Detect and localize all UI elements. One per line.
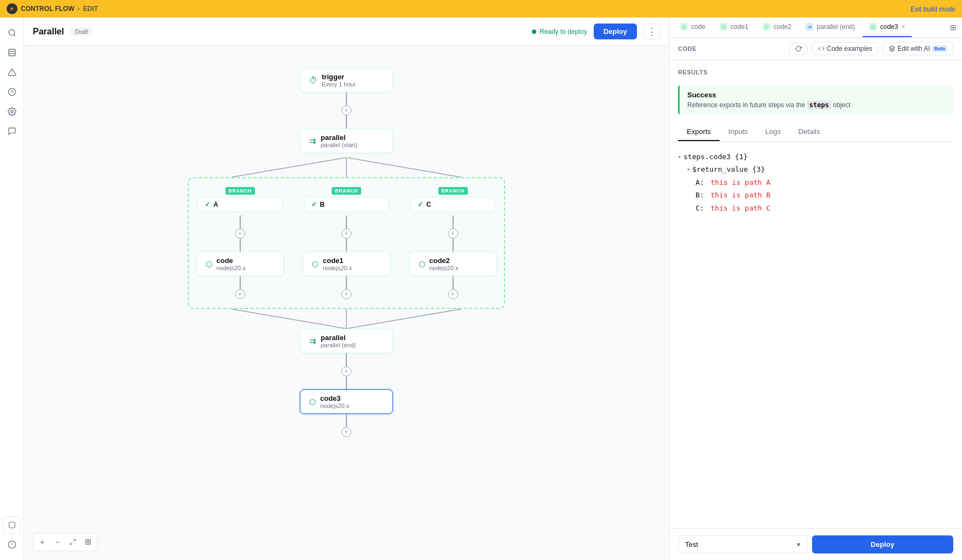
sidebar-icon-message[interactable] bbox=[3, 122, 21, 140]
branch-b-code-col: + ⬡ code1 nodejs20.x bbox=[304, 215, 389, 299]
grid-button[interactable] bbox=[82, 535, 95, 549]
code-b-sub: nodejs20.x bbox=[323, 265, 352, 271]
zoom-out-button[interactable]: − bbox=[51, 535, 64, 549]
branch-c-icon: ✓ bbox=[418, 201, 423, 208]
header-bar: Parallel Draft Ready to deploy Deploy ⋮ bbox=[24, 18, 669, 46]
tree-entry-b: B: this is path B bbox=[696, 189, 953, 201]
tab-parallel-end[interactable]: ⇉ parallel (end) bbox=[799, 18, 861, 37]
branch-a-vline bbox=[240, 215, 241, 229]
parallel-start-node[interactable]: ⇉ parallel parallel (start) bbox=[300, 129, 393, 153]
ellipsis-icon: ⋮ bbox=[647, 26, 657, 38]
svg-line-16 bbox=[231, 309, 346, 329]
tree-val-a: this is path A bbox=[710, 176, 770, 189]
branch-c-code-col: + ⬡ code2 nodejs20.x bbox=[410, 215, 495, 299]
add-node-btn-3[interactable]: + bbox=[341, 427, 351, 437]
tab-code1[interactable]: ⬡ code1 bbox=[713, 18, 755, 37]
branch-a-label: A bbox=[213, 201, 218, 208]
results-label: RESULTS bbox=[678, 69, 708, 75]
add-node-btn-1[interactable]: + bbox=[341, 106, 351, 115]
branch-b-add2[interactable]: + bbox=[341, 289, 351, 299]
edit-with-ai-button[interactable]: Edit with AI Beta bbox=[883, 42, 953, 55]
code-node-a[interactable]: ⬡ code nodejs20.x bbox=[196, 252, 284, 276]
tree-root-toggle[interactable]: ▾ bbox=[678, 152, 681, 162]
branch-code-row: + ⬡ code nodejs20.x bbox=[198, 215, 495, 299]
tab-code3-label: code3 bbox=[880, 23, 898, 31]
code-node-b[interactable]: ⬡ code1 nodejs20.x bbox=[303, 252, 390, 276]
test-button[interactable]: Test ▾ bbox=[678, 535, 808, 553]
svg-point-0 bbox=[9, 30, 15, 36]
steps-code: steps bbox=[807, 101, 831, 109]
add-node-btn-2[interactable]: + bbox=[341, 366, 351, 376]
canvas: ⏱ trigger Every 1 hour + ⇉ parallel para… bbox=[24, 46, 669, 560]
tab-grid-button[interactable]: ⊞ bbox=[949, 22, 958, 33]
tree-entry-a: A: this is path A bbox=[696, 176, 953, 189]
tab-code[interactable]: ⬡ code bbox=[674, 18, 712, 37]
branch-a-add[interactable]: + bbox=[235, 229, 245, 238]
edit-ai-label: Edit with AI bbox=[897, 45, 930, 52]
sub-tab-logs[interactable]: Logs bbox=[757, 123, 790, 141]
trigger-icon: ⏱ bbox=[309, 75, 317, 85]
branch-a-code-col: + ⬡ code nodejs20.x bbox=[198, 215, 282, 299]
tab-code3[interactable]: ⬡ code3 × bbox=[862, 18, 912, 37]
results-section: Success Reference exports in future step… bbox=[669, 77, 962, 528]
sidebar-icon-search[interactable] bbox=[3, 24, 21, 42]
sidebar-icon-alert[interactable] bbox=[3, 63, 21, 81]
branch-c-node[interactable]: ✓ C bbox=[410, 197, 495, 212]
branch-b-tag: BRANCH bbox=[332, 187, 361, 195]
svg-rect-22 bbox=[89, 540, 91, 542]
tree-val-b: this is path B bbox=[710, 189, 770, 201]
parallel-end-node[interactable]: ⇉ parallel parallel (end) bbox=[300, 329, 393, 353]
sidebar-icon-clock[interactable] bbox=[3, 83, 21, 101]
panel-deploy-button[interactable]: Deploy bbox=[812, 535, 954, 553]
code2-tab-icon: ⬡ bbox=[763, 23, 770, 31]
exit-build-mode-link[interactable]: Exit build mode bbox=[911, 5, 955, 13]
tree-entry-c: C: this is path C bbox=[696, 202, 953, 214]
branch-a-tag: BRANCH bbox=[225, 187, 255, 195]
more-options-button[interactable]: ⋮ bbox=[644, 24, 660, 40]
code-b-label: code1 bbox=[323, 256, 352, 265]
branch-b-vline bbox=[346, 215, 347, 229]
tree-child-toggle[interactable]: ▾ bbox=[687, 165, 690, 174]
svg-line-20 bbox=[71, 542, 73, 545]
sidebar-icon-help[interactable] bbox=[3, 536, 21, 553]
svg-line-19 bbox=[73, 540, 76, 542]
tab-code2[interactable]: ⬡ code2 bbox=[756, 18, 798, 37]
branch-b-add[interactable]: + bbox=[341, 229, 351, 238]
sub-tabs: Exports Inputs Logs Details bbox=[678, 123, 953, 142]
sub-tab-details[interactable]: Details bbox=[790, 123, 829, 141]
branch-b-node[interactable]: ✓ B bbox=[304, 197, 389, 212]
sub-tab-exports[interactable]: Exports bbox=[678, 123, 720, 141]
branch-b-col: BRANCH ✓ B bbox=[304, 187, 389, 212]
tab-code2-label: code2 bbox=[774, 23, 792, 31]
sidebar-icon-add-node[interactable] bbox=[3, 516, 21, 534]
refresh-button[interactable] bbox=[789, 43, 808, 55]
close-code3-tab[interactable]: × bbox=[901, 23, 905, 31]
sub-tab-inputs[interactable]: Inputs bbox=[720, 123, 756, 141]
branch-b-icon: ✓ bbox=[311, 201, 317, 208]
trigger-node[interactable]: ⏱ trigger Every 1 hour bbox=[300, 68, 393, 92]
branch-a-node[interactable]: ✓ A bbox=[198, 197, 282, 212]
zoom-in-button[interactable]: + bbox=[36, 535, 49, 549]
branch-b-vline3 bbox=[346, 276, 347, 289]
branch-c-add[interactable]: + bbox=[448, 229, 458, 238]
branch-a-icon: ✓ bbox=[205, 201, 210, 208]
sidebar-icon-settings[interactable] bbox=[3, 103, 21, 120]
workflow-name: CONTROL FLOW bbox=[21, 5, 74, 13]
fit-button[interactable] bbox=[66, 535, 79, 549]
code3-node[interactable]: ⬡ code3 nodejs20.x bbox=[300, 389, 393, 414]
branch-c-add2[interactable]: + bbox=[448, 289, 458, 299]
flow-diagram: ⏱ trigger Every 1 hour + ⇉ parallel para… bbox=[188, 68, 505, 437]
test-label: Test bbox=[685, 540, 698, 549]
code-examples-button[interactable]: Code examples bbox=[812, 42, 878, 55]
parallel-container: BRANCH ✓ A BRANCH ✓ B bbox=[188, 158, 505, 329]
trigger-sub: Every 1 hour bbox=[322, 81, 356, 88]
panel-tabs: ⬡ code ⬡ code1 ⬡ code2 ⇉ parallel bbox=[669, 18, 962, 38]
breadcrumb-sep: › bbox=[78, 5, 80, 13]
code-b-icon: ⬡ bbox=[312, 260, 318, 269]
sidebar-icon-layers[interactable] bbox=[3, 44, 21, 61]
branch-a-add2[interactable]: + bbox=[235, 289, 245, 299]
branch-c-vline bbox=[453, 215, 454, 229]
code-node-c[interactable]: ⬡ code2 nodejs20.x bbox=[409, 252, 497, 276]
svg-line-1 bbox=[14, 34, 15, 36]
deploy-button[interactable]: Deploy bbox=[594, 24, 637, 39]
